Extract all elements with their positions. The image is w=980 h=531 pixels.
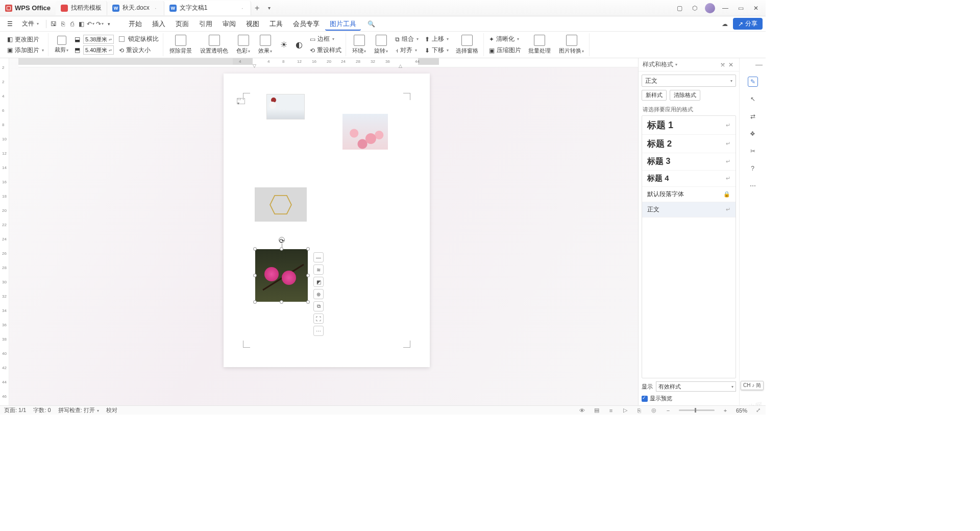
resize-handle[interactable]: [306, 247, 310, 251]
add-picture-button[interactable]: ▣ 添加图片▾: [6, 45, 45, 55]
panel-close-icon[interactable]: ✕: [727, 61, 735, 68]
embedded-image-selected[interactable]: ⟳: [255, 249, 308, 302]
rail-settings-icon[interactable]: ⇄: [748, 111, 758, 122]
style-row[interactable]: 标题 4↵: [642, 171, 736, 187]
height-input[interactable]: 5.40厘米▴▾: [83, 45, 114, 55]
cloud-icon[interactable]: ☁: [721, 20, 729, 28]
menu-review[interactable]: 审阅: [218, 17, 240, 31]
transparency-button[interactable]: 设置透明色: [198, 35, 230, 55]
crop-button[interactable]: 裁剪▾: [53, 36, 70, 54]
rotate-handle[interactable]: ⟳: [279, 237, 285, 243]
preview-checkbox[interactable]: 显示预览: [642, 395, 736, 402]
tab-doc-2[interactable]: W 文字文稿1 ·: [164, 1, 251, 15]
change-picture-button[interactable]: ◧ 更改图片: [6, 35, 45, 44]
minimize-button[interactable]: —: [719, 2, 732, 14]
border-button[interactable]: ▭ 边框▾: [309, 34, 342, 44]
menu-reference[interactable]: 引用: [194, 17, 217, 31]
menu-start[interactable]: 开始: [124, 17, 146, 31]
hamburger-icon[interactable]: ☰: [3, 19, 17, 29]
more-icon[interactable]: ▾: [105, 20, 113, 28]
layout-icon[interactable]: ▢: [673, 2, 686, 14]
wrap-button[interactable]: 环绕▾: [350, 35, 368, 55]
status-page[interactable]: 页面: 1/1: [4, 406, 26, 414]
zoom-slider[interactable]: [679, 409, 715, 411]
resize-handle[interactable]: [253, 300, 257, 304]
style-row[interactable]: 标题 1↵: [642, 116, 736, 135]
status-words[interactable]: 字数: 0: [33, 406, 51, 414]
move-down-button[interactable]: ⬇ 下移▾: [424, 45, 450, 55]
view-outline-icon[interactable]: ≡: [607, 407, 615, 414]
share-button[interactable]: ↗ 分享: [733, 18, 763, 30]
menu-tools[interactable]: 工具: [265, 17, 287, 31]
embedded-image-1[interactable]: [266, 94, 305, 119]
view-draft-icon[interactable]: ⎘: [636, 407, 643, 414]
cube-icon[interactable]: ⬡: [688, 2, 701, 14]
show-select[interactable]: 有效样式▾: [656, 381, 736, 392]
resize-handle[interactable]: [306, 300, 310, 304]
resize-handle[interactable]: [280, 247, 283, 251]
ft-wrap-icon[interactable]: ≋: [313, 264, 324, 275]
resize-handle[interactable]: [253, 274, 257, 277]
style-list[interactable]: 标题 1↵标题 2↵标题 3↵标题 4↵默认段落字体🔒正文↵: [642, 115, 736, 378]
rail-collapse-icon[interactable]: —: [755, 60, 763, 68]
rail-more-icon[interactable]: ⋯: [748, 181, 758, 191]
menu-page[interactable]: 页面: [171, 17, 193, 31]
zoom-value[interactable]: 65%: [736, 407, 747, 414]
view-print-icon[interactable]: ▤: [593, 407, 600, 414]
close-button[interactable]: ✕: [749, 2, 763, 14]
style-row[interactable]: 标题 3↵: [642, 153, 736, 171]
style-row[interactable]: 正文↵: [642, 202, 736, 218]
lock-ratio-checkbox[interactable]: 锁定纵横比: [118, 34, 160, 44]
menu-insert[interactable]: 插入: [148, 17, 170, 31]
selection-pane-button[interactable]: 选择窗格: [454, 35, 480, 55]
ft-zoom-icon[interactable]: ⊕: [313, 289, 324, 299]
save-icon[interactable]: 🖫: [50, 20, 58, 28]
document-area[interactable]: 4 4 8 12 16 20 24 28 32 36 44 ▽ △ ▭ ▾: [9, 58, 739, 405]
reset-size-button[interactable]: ⟲ 重设大小: [118, 45, 160, 55]
resize-handle[interactable]: [253, 247, 257, 251]
status-proof[interactable]: 校对: [106, 406, 117, 414]
view-focus-icon[interactable]: ◎: [650, 407, 657, 414]
search-icon[interactable]: 🔍: [367, 20, 375, 28]
ft-fullscreen-icon[interactable]: ⛶: [313, 313, 324, 324]
vertical-ruler[interactable]: 2246810121416182022242628303234363840424…: [0, 58, 9, 405]
tab-close-icon[interactable]: ·: [153, 5, 159, 11]
convert-button[interactable]: 图片转换▾: [557, 35, 586, 55]
view-read-icon[interactable]: 👁: [579, 407, 586, 414]
resize-handle[interactable]: [280, 300, 283, 304]
rail-tools-icon[interactable]: ✂: [748, 146, 758, 156]
new-style-button[interactable]: 新样式: [642, 90, 667, 101]
compress-button[interactable]: ▣ 压缩图片: [488, 45, 522, 55]
ft-collapse-icon[interactable]: —: [313, 252, 324, 262]
rail-layers-icon[interactable]: ❖: [748, 129, 758, 139]
export-icon[interactable]: ⎘: [59, 20, 67, 28]
redo-icon[interactable]: ↷▾: [95, 20, 104, 28]
width-input[interactable]: 5.38厘米▴▾: [83, 35, 114, 44]
contrast-icon[interactable]: ◐: [293, 40, 305, 50]
zoom-in-icon[interactable]: +: [722, 407, 729, 414]
tab-menu-button[interactable]: ▾: [263, 5, 276, 11]
style-row[interactable]: 标题 2↵: [642, 135, 736, 153]
fit-icon[interactable]: ⤢: [754, 407, 762, 414]
print-preview-icon[interactable]: ◧: [77, 20, 85, 28]
layout-anchor-icon[interactable]: ▭ ▾: [237, 98, 245, 104]
effect-button[interactable]: 效果▾: [256, 35, 274, 55]
new-tab-button[interactable]: +: [251, 4, 263, 13]
menu-picture-tools[interactable]: 图片工具: [325, 17, 361, 31]
ft-crop-icon[interactable]: ◩: [313, 277, 324, 287]
horizontal-ruler[interactable]: 4 4 8 12 16 20 24 28 32 36 44 ▽ △: [18, 58, 739, 67]
style-row[interactable]: 默认段落字体🔒: [642, 187, 736, 202]
resize-handle[interactable]: [306, 274, 310, 277]
tab-close-icon[interactable]: ·: [239, 5, 246, 11]
color-button[interactable]: 色彩▾: [234, 35, 252, 55]
ft-more-icon[interactable]: ⋯: [313, 326, 324, 336]
move-up-button[interactable]: ⬆ 上移▾: [424, 34, 450, 44]
tab-templates[interactable]: 找稻壳模板: [56, 1, 107, 15]
current-style-select[interactable]: 正文▾: [642, 75, 736, 87]
print-icon[interactable]: ⎙: [68, 20, 76, 28]
undo-icon[interactable]: ↶▾: [86, 20, 94, 28]
maximize-button[interactable]: ▭: [734, 2, 747, 14]
status-spellcheck[interactable]: 拼写检查: 打开 ▾: [58, 406, 99, 414]
embedded-image-2[interactable]: [342, 114, 388, 150]
align-button[interactable]: ⫞ 对齐▾: [394, 45, 420, 55]
